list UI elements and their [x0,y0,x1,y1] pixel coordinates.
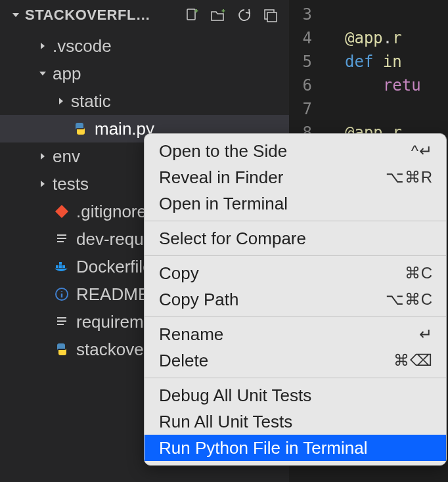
line-number: 6 [289,76,332,95]
menu-item[interactable]: Copy Path⌥⌘C [145,286,446,313]
python-icon [71,120,89,138]
menu-item-label: Debug All Unit Tests [159,385,433,406]
menu-item-label: Copy Path [159,290,386,310]
code-line: 6 retu [289,74,448,97]
chevron-right-icon [55,97,67,105]
code-token: in [383,53,402,71]
chevron-right-icon [37,180,49,188]
chevron-down-icon [12,11,20,19]
line-number: 4 [289,29,332,47]
menu-item-shortcut: ⌘C [405,264,433,282]
docker-icon [53,257,71,276]
explorer-header: STACKOVERFL… [0,0,289,30]
tree-item-label: static [71,91,111,112]
text-icon [53,313,71,331]
new-file-button[interactable] [179,2,205,28]
text-icon [53,230,71,248]
collapse-all-button[interactable] [258,2,284,28]
menu-separator [145,378,446,378]
project-title: STACKOVERFL… [25,7,179,24]
tree-item-label: app [53,64,81,84]
code-content: @app.r [332,29,402,47]
code-token: . [383,29,392,47]
menu-item[interactable]: Select for Compare [145,225,446,252]
menu-separator [145,317,446,317]
code-token: @app [345,29,383,47]
tree-item-label: dev-requir [76,229,153,250]
menu-item[interactable]: Open to the Side^↵ [145,138,446,164]
refresh-button[interactable] [231,2,258,28]
svg-rect-3 [56,265,58,268]
tree-item-label: .vscode [53,36,112,56]
code-token: def [345,53,383,71]
menu-item[interactable]: Run Python File in Terminal [145,435,446,461]
menu-separator [145,221,446,221]
code-token: r [392,29,401,47]
new-folder-button[interactable] [205,2,231,28]
svg-rect-5 [62,265,65,268]
python-icon [53,340,71,359]
tree-item-label: tests [53,174,89,194]
line-number: 5 [289,53,332,71]
menu-item-label: Rename [159,324,419,345]
menu-item-label: Delete [159,351,393,371]
menu-item-label: Open in Terminal [159,194,433,214]
code-line: 5def in [289,50,448,74]
folder-item[interactable]: app [0,60,289,87]
folder-item[interactable]: static [0,87,289,115]
menu-item-shortcut: ⌥⌘C [386,290,433,309]
svg-rect-6 [59,262,62,265]
menu-item[interactable]: Run All Unit Tests [145,408,446,435]
info-icon [53,285,71,303]
menu-item-shortcut: ↵ [419,325,433,343]
line-number: 7 [289,100,332,118]
menu-item-label: Select for Compare [159,229,433,249]
menu-item-label: Copy [159,263,405,284]
menu-item-label: Reveal in Finder [159,167,386,188]
menu-item-shortcut: ^↵ [411,142,433,160]
tree-item-label: env [53,146,80,167]
chevron-right-icon [37,152,49,160]
svg-rect-4 [59,265,62,268]
menu-item-shortcut: ⌥⌘R [386,168,433,186]
code-line: 3 [289,3,448,26]
menu-item-label: Open to the Side [159,141,411,162]
menu-item[interactable]: Copy⌘C [145,260,446,286]
menu-item[interactable]: Open in Terminal [145,190,446,217]
code-content: def in [332,53,402,71]
menu-item-shortcut: ⌘⌫ [393,351,433,370]
folder-item[interactable]: .vscode [0,32,289,60]
tree-item-label: Dockerfile [76,257,152,277]
code-line: 4@app.r [289,26,448,50]
menu-item[interactable]: Reveal in Finder⌥⌘R [145,164,446,190]
chevron-right-icon [37,42,49,50]
git-icon [53,202,71,221]
code-token: retu [345,76,421,95]
code-content: retu [332,76,421,95]
menu-item[interactable]: Delete⌘⌫ [145,347,446,374]
menu-item-label: Run Python File in Terminal [159,438,433,458]
tree-item-label: .gitignore [76,202,146,222]
menu-separator [145,255,446,256]
code-line: 7 [289,97,448,121]
svg-rect-0 [187,9,195,20]
menu-item[interactable]: Debug All Unit Tests [145,382,446,408]
svg-rect-2 [267,12,277,22]
context-menu: Open to the Side^↵Reveal in Finder⌥⌘ROpe… [144,133,447,466]
chevron-down-icon [37,70,49,77]
menu-item-label: Run All Unit Tests [159,412,433,432]
menu-item[interactable]: Rename↵ [145,321,446,347]
line-number: 3 [289,5,332,24]
